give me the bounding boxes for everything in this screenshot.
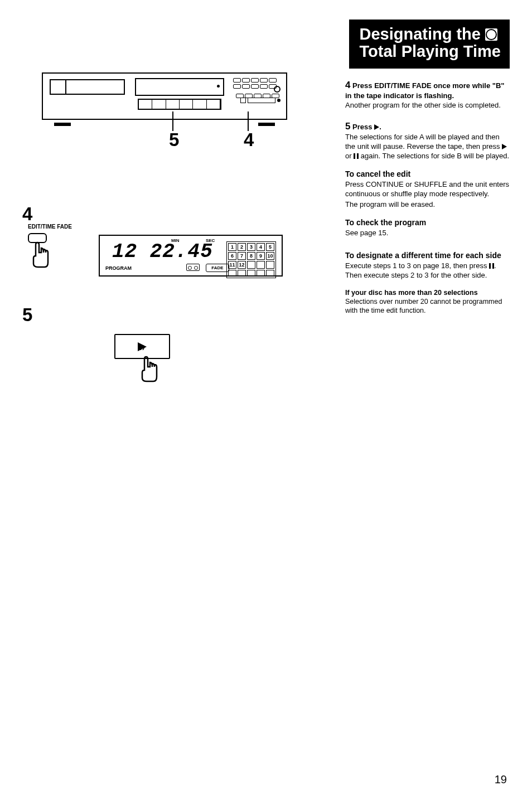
page-title-line1: Designating the xyxy=(359,25,501,43)
callout-4: 4 xyxy=(244,129,254,151)
seven-segment-display: 12 22.45 xyxy=(112,240,213,263)
r-step-5-body-b: or xyxy=(345,152,354,160)
title-text-1: Designating the xyxy=(359,25,481,43)
step-4-text: 4 Press EDIT/TIME FADE once more while "… xyxy=(345,79,510,110)
tape-icon xyxy=(186,264,200,271)
note-body: Selections over number 20 cannot be prog… xyxy=(345,297,510,316)
play-button-icon xyxy=(114,334,170,359)
edit-time-fade-label: EDIT/TIME FADE xyxy=(28,224,72,230)
step-5-illustration: 5 xyxy=(31,304,309,385)
program-indicator: PROGRAM xyxy=(105,265,132,271)
lcd-display-panel: MIN SEC 12 22.45 PROGRAM FADE 12345 6789… xyxy=(99,235,283,277)
step-5-number: 5 xyxy=(22,304,309,326)
step-4-illustration: 4 xyxy=(31,203,309,225)
page-title-line2: Total Playing Time xyxy=(359,42,501,61)
r-step-5-num: 5 xyxy=(345,121,350,132)
display-window xyxy=(135,78,224,96)
disc-tray xyxy=(50,79,125,95)
play-icon xyxy=(374,124,379,130)
lower-right-controls xyxy=(240,98,280,103)
edit-time-fade-button-icon xyxy=(28,233,72,270)
cancel-edit-heading: To cancel the edit xyxy=(345,169,510,179)
hand-press-icon xyxy=(28,241,51,268)
page-title-block: Designating the Total Playing Time xyxy=(349,20,510,69)
pause-icon xyxy=(354,153,359,159)
track-number: 12 xyxy=(112,240,137,263)
r-step-4-body: Another program for the other side is co… xyxy=(345,101,501,109)
step-5-text: 5 Press . The selections for side A will… xyxy=(345,120,510,161)
page-number: 19 xyxy=(495,773,507,786)
r-step-4-head: Press EDIT/TIME FADE once more while "B"… xyxy=(345,81,504,100)
check-program-body: See page 15. xyxy=(345,229,510,238)
r-step-5-body-a: The selections for side A will be played… xyxy=(345,133,502,151)
diff-time-heading: To designate a different time for each s… xyxy=(345,250,510,260)
pause-icon xyxy=(489,263,494,269)
hand-press-icon xyxy=(137,356,160,382)
r-step-5-body-c: again. The selections for side B will be… xyxy=(359,152,509,160)
callout-5: 5 xyxy=(169,129,179,151)
r-step-5-head-pre: Press xyxy=(352,123,374,131)
transport-buttons xyxy=(138,99,221,110)
cancel-edit-body2: The program will be erased. xyxy=(345,200,510,210)
step-4-number: 4 xyxy=(22,203,32,225)
left-column: 5 4 4 EDIT/TIME FADE MIN SEC xyxy=(31,72,309,385)
svg-line-5 xyxy=(143,346,145,350)
right-text-column: 4 Press EDIT/TIME FADE once more while "… xyxy=(345,78,510,315)
r-step-4-num: 4 xyxy=(345,80,350,90)
diff-body-a: Execute steps 1 to 3 on page 18, then pr… xyxy=(345,261,489,270)
play-icon xyxy=(502,144,507,149)
track-grid: 12345 678910 1112 xyxy=(226,241,276,278)
disc-icon xyxy=(485,28,497,41)
diff-time-body: Execute steps 1 to 3 on page 18, then pr… xyxy=(345,261,510,280)
check-program-heading: To check the program xyxy=(345,217,510,227)
knob-icon xyxy=(274,86,280,93)
note-heading: If your disc has more than 20 selections xyxy=(345,288,510,297)
fade-indicator: FADE xyxy=(206,264,229,272)
time-value: 22.45 xyxy=(150,240,213,263)
cancel-edit-body1: Press CONTINUE or SHUFFLE and the unit e… xyxy=(345,180,510,199)
press-spark-icon xyxy=(138,343,146,350)
r-step-5-head-post: . xyxy=(379,123,381,131)
